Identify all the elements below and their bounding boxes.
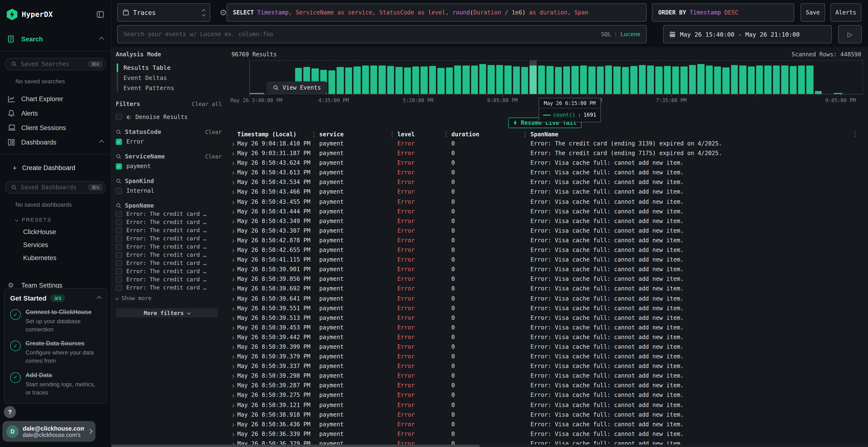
table-row[interactable]: May 26 8:50:39.513 PMpaymentError0Error:… [227, 313, 868, 323]
row-expand-icon[interactable] [231, 152, 235, 156]
checkbox[interactable] [116, 114, 122, 120]
facet-value[interactable]: ✓Error [116, 138, 227, 145]
row-expand-icon[interactable] [231, 239, 235, 243]
scrollbar-thumb[interactable] [111, 445, 480, 447]
facet-value[interactable]: Error: The credit card … [116, 219, 227, 226]
table-row[interactable]: May 26 8:50:39.275 PMpaymentError0Error:… [227, 391, 868, 401]
analysis-mode-results-table[interactable]: Results Table [121, 63, 227, 73]
checkbox[interactable] [116, 268, 122, 274]
get-started-item[interactable]: ✓Create Data SourcesConfigure where your… [10, 340, 101, 365]
column-resize-handle[interactable] [445, 132, 446, 138]
col-level[interactable]: level [397, 131, 415, 138]
table-row[interactable]: May 26 8:50:43.307 PMpaymentError0Error:… [227, 227, 868, 236]
chart-bar[interactable] [404, 60, 411, 94]
row-expand-icon[interactable] [231, 288, 235, 291]
chart-bar[interactable] [421, 60, 428, 94]
more-filters-button[interactable]: More filters [116, 308, 218, 317]
chart-bar[interactable] [605, 60, 612, 94]
row-expand-icon[interactable] [231, 298, 235, 301]
live-tail-play-button[interactable]: ▷ [838, 25, 862, 43]
table-row[interactable]: May 26 9:03:31.187 PMpaymentError0Error:… [227, 149, 868, 159]
row-expand-icon[interactable] [231, 230, 235, 233]
table-row[interactable]: May 26 8:50:43.455 PMpaymentError0Error:… [227, 197, 868, 207]
checkbox[interactable] [116, 187, 122, 194]
chart-bar[interactable] [807, 60, 813, 94]
chart-bar[interactable] [815, 60, 822, 94]
checkbox[interactable] [116, 211, 122, 217]
help-button[interactable]: ? [4, 406, 16, 418]
table-row[interactable]: May 26 8:50:39.453 PMpaymentError0Error:… [227, 323, 868, 333]
chart-bar[interactable] [672, 60, 679, 94]
chart-bar[interactable] [597, 60, 604, 94]
sql-select-editor[interactable]: SELECT Timestamp, ServiceName as service… [227, 3, 647, 22]
chart-bar[interactable] [664, 60, 671, 94]
row-expand-icon[interactable] [231, 365, 235, 369]
column-resize-handle[interactable] [392, 132, 393, 138]
denoise-results-checkbox-row[interactable]: ◐ Denoise Results [116, 113, 227, 121]
row-expand-icon[interactable] [231, 307, 235, 310]
time-range-picker[interactable]: May 26 15:40:00 - May 26 21:10:00 [663, 25, 832, 43]
facet-value[interactable]: Error: The credit card … [116, 284, 227, 291]
row-expand-icon[interactable] [231, 210, 235, 214]
row-expand-icon[interactable] [231, 317, 235, 320]
chart-bar[interactable] [546, 60, 553, 94]
facet-value[interactable]: Error: The credit card … [116, 210, 227, 217]
table-row[interactable]: May 26 8:50:39.692 PMpaymentError0Error:… [227, 284, 868, 294]
table-row[interactable]: May 26 8:50:39.379 PMpaymentError0Error:… [227, 352, 868, 362]
get-started-item[interactable]: ✓Add DataStart sending logs, metrics, or… [10, 371, 101, 397]
chart-bar[interactable] [437, 60, 444, 94]
table-row[interactable]: May 26 8:50:39.856 PMpaymentError0Error:… [227, 275, 868, 284]
row-expand-icon[interactable] [231, 414, 235, 417]
facet-value[interactable]: Error: The credit card … [116, 235, 227, 242]
checkbox[interactable] [116, 235, 122, 242]
chart-bar[interactable] [714, 60, 721, 94]
chart-bar[interactable] [656, 60, 662, 94]
row-expand-icon[interactable] [231, 259, 235, 262]
preset-clickhouse[interactable]: ClickHouse [0, 222, 111, 236]
checkbox[interactable] [116, 284, 122, 291]
col-duration[interactable]: duration [452, 131, 479, 138]
horizontal-scrollbar[interactable] [111, 445, 868, 447]
chart-bar[interactable] [798, 60, 805, 94]
chart-bar[interactable] [353, 60, 361, 94]
view-events-tooltip-button[interactable]: View Events [266, 81, 328, 94]
chart-bar[interactable] [396, 60, 402, 94]
chart-bar[interactable] [630, 60, 637, 94]
table-row[interactable]: May 26 8:50:39.298 PMpaymentError0Error:… [227, 372, 868, 381]
chart-bar[interactable] [555, 60, 562, 94]
chart-bar[interactable] [681, 60, 688, 94]
table-row[interactable]: May 26 8:50:36.339 PMpaymentError0Error:… [227, 429, 868, 439]
sidebar-item-search[interactable]: Search [0, 32, 111, 46]
row-expand-icon[interactable] [231, 355, 235, 359]
row-expand-icon[interactable] [231, 336, 235, 340]
chart-bar[interactable] [412, 60, 419, 94]
table-row[interactable]: May 26 8:50:43.613 PMpaymentError0Error:… [227, 168, 868, 178]
facet-value[interactable]: Error: The credit card … [116, 251, 227, 258]
chart-bar[interactable] [756, 60, 763, 94]
chart-bar[interactable] [513, 60, 520, 94]
table-row[interactable]: May 26 9:04:18.410 PMpaymentError0Error:… [227, 139, 868, 149]
row-expand-icon[interactable] [231, 394, 235, 398]
sidebar-item-chart-explorer[interactable]: Chart Explorer [0, 92, 111, 106]
saved-dashboards-input[interactable]: Saved Dashboards ⌘K [5, 181, 106, 194]
chart-bar[interactable] [362, 60, 369, 94]
order-by-editor[interactable]: ORDER BY Timestamp DESC [652, 3, 794, 22]
checkbox[interactable] [116, 276, 122, 282]
user-menu[interactable]: D dale@clickhouse.com dale@clickhouse.co… [2, 421, 95, 442]
lucene-toggle[interactable]: Lucene [620, 31, 641, 38]
get-started-item[interactable]: ✓Connect to ClickHouseSet up your databa… [10, 308, 101, 334]
row-expand-icon[interactable] [231, 278, 235, 281]
row-expand-icon[interactable] [231, 143, 235, 146]
chart-bar[interactable] [731, 60, 738, 94]
source-select[interactable]: Traces [117, 3, 210, 22]
chart-bar[interactable] [530, 60, 537, 94]
chart-bar[interactable] [614, 60, 621, 94]
sidebar-item-alerts[interactable]: Alerts [0, 106, 111, 121]
save-button[interactable]: Save [801, 3, 825, 22]
table-row[interactable]: May 26 8:50:43.624 PMpaymentError0Error:… [227, 159, 868, 168]
row-expand-icon[interactable] [231, 423, 235, 426]
chart-bar[interactable] [387, 60, 394, 94]
row-expand-icon[interactable] [231, 249, 235, 252]
presets-section-toggle[interactable]: PRESETS [0, 208, 111, 222]
chart-bar[interactable] [765, 60, 772, 94]
